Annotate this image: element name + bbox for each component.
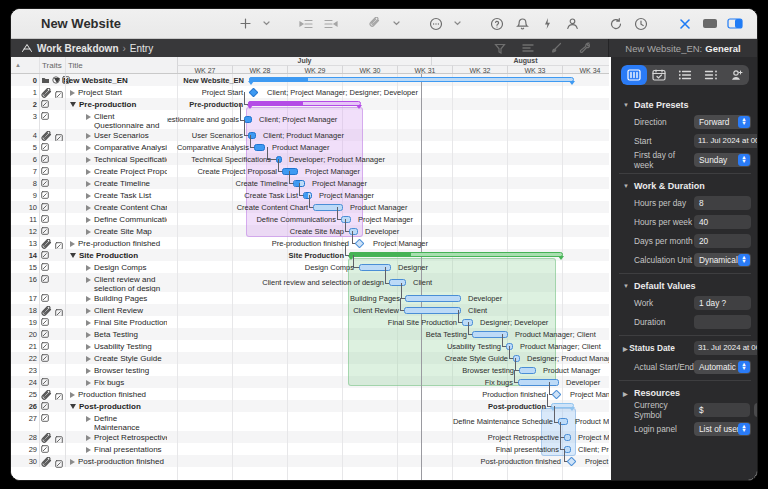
table-row[interactable]: 22Create Style Guide bbox=[11, 352, 167, 364]
disclosure-triangle[interactable] bbox=[70, 90, 75, 96]
disclosure-triangle[interactable]: ▶ bbox=[623, 390, 629, 397]
task-title-cell[interactable]: Building Pages bbox=[86, 294, 164, 303]
task-title-cell[interactable]: Post-production finished bbox=[70, 457, 148, 466]
table-row[interactable]: 16Client review and selection of design bbox=[11, 273, 167, 292]
bell-icon[interactable] bbox=[514, 16, 530, 32]
table-row[interactable]: 20Beta Testing bbox=[11, 328, 167, 340]
table-row[interactable]: 12Create Site Map bbox=[11, 225, 167, 237]
disclosure-triangle[interactable] bbox=[86, 435, 91, 441]
tab-user[interactable] bbox=[723, 65, 749, 85]
disclosure-triangle[interactable] bbox=[86, 447, 91, 453]
summary-bar[interactable] bbox=[248, 101, 361, 109]
disclosure-triangle[interactable] bbox=[86, 320, 91, 326]
table-row[interactable]: 14Site Production bbox=[11, 249, 167, 261]
task-title-cell[interactable]: Client review and selection of design bbox=[86, 275, 164, 293]
breadcrumb-mode[interactable]: Entry bbox=[130, 43, 153, 54]
task-title-cell[interactable]: Design Comps bbox=[86, 263, 164, 272]
dropdown[interactable]: Forward▲▼ bbox=[694, 115, 751, 129]
task-title-cell[interactable]: Create Content Chart bbox=[86, 203, 164, 212]
inspector-section-header[interactable]: ▼Date Presets bbox=[623, 100, 751, 110]
summary-bar[interactable] bbox=[249, 77, 574, 85]
sort-indicator[interactable]: ▲ bbox=[15, 57, 21, 73]
text-field[interactable]: 8 bbox=[694, 196, 751, 210]
indent-icon[interactable] bbox=[298, 16, 314, 32]
dropdown[interactable]: Dynamically▲▼ bbox=[694, 253, 751, 267]
table-row[interactable]: 15Design Comps bbox=[11, 261, 167, 273]
table-row[interactable]: 13Pre-production finished bbox=[11, 237, 167, 249]
disclosure-triangle[interactable] bbox=[86, 157, 91, 163]
ellipsis-circle-icon[interactable] bbox=[428, 16, 444, 32]
chevron-down-icon[interactable] bbox=[392, 16, 400, 32]
user-icon[interactable] bbox=[564, 16, 580, 32]
table-row[interactable]: 21Usability Testing bbox=[11, 340, 167, 352]
task-title-cell[interactable]: User Scenarios bbox=[86, 131, 164, 140]
table-row[interactable]: 8Create Timeline bbox=[11, 177, 167, 189]
disclosure-triangle[interactable]: ▼ bbox=[623, 283, 629, 289]
disclosure-triangle[interactable] bbox=[54, 78, 60, 83]
table-row[interactable]: 0New Website_EN bbox=[11, 74, 167, 86]
tab-calendar[interactable] bbox=[647, 65, 673, 85]
disclosure-triangle[interactable] bbox=[86, 145, 91, 151]
task-title-cell[interactable]: Technical Specifications bbox=[86, 155, 164, 164]
table-row[interactable]: 23Browser testing bbox=[11, 364, 167, 376]
disclosure-triangle[interactable] bbox=[70, 241, 75, 247]
disclosure-triangle[interactable] bbox=[86, 308, 91, 314]
flash-icon[interactable] bbox=[539, 16, 555, 32]
disclosure-triangle[interactable] bbox=[86, 344, 91, 350]
table-row[interactable]: 3Client Questionnaire and goals bbox=[11, 110, 167, 129]
add-icon[interactable] bbox=[237, 16, 253, 32]
text-field[interactable] bbox=[694, 315, 751, 329]
task-title-cell[interactable]: Beta Testing bbox=[86, 330, 164, 339]
disclosure-triangle[interactable] bbox=[70, 392, 75, 398]
chevron-down-icon[interactable] bbox=[262, 16, 270, 32]
disclosure-triangle[interactable]: ▼ bbox=[623, 102, 629, 108]
tab-extended[interactable] bbox=[698, 65, 724, 85]
task-bar[interactable] bbox=[404, 307, 461, 314]
outdent-icon[interactable] bbox=[323, 16, 339, 32]
table-row[interactable]: 10Create Content Chart bbox=[11, 201, 167, 213]
disclosure-triangle[interactable] bbox=[86, 169, 91, 175]
disclosure-triangle[interactable] bbox=[86, 296, 91, 302]
task-title-cell[interactable]: Create Project Proposal bbox=[86, 167, 164, 176]
disclosure-triangle[interactable] bbox=[86, 380, 91, 386]
disclosure-triangle[interactable] bbox=[86, 332, 91, 338]
disclosure-triangle[interactable] bbox=[86, 217, 91, 223]
disclosure-triangle[interactable] bbox=[86, 265, 91, 271]
disclosure-triangle[interactable]: ▼ bbox=[623, 183, 629, 189]
tab-list[interactable] bbox=[672, 65, 698, 85]
table-row[interactable]: 2Pre-production bbox=[11, 98, 167, 110]
viewoptions-icon[interactable] bbox=[520, 40, 536, 56]
disclosure-triangle[interactable] bbox=[86, 368, 91, 374]
task-title-cell[interactable]: Define Communications bbox=[86, 215, 164, 224]
inspector-section-header[interactable]: ▼Default Values bbox=[623, 281, 751, 291]
task-title-cell[interactable]: Project Retrospective bbox=[86, 433, 164, 442]
task-title-cell[interactable]: Production finished bbox=[70, 390, 148, 399]
disclosure-triangle[interactable] bbox=[86, 133, 91, 139]
task-title-cell[interactable]: Post-production bbox=[70, 402, 149, 411]
table-row[interactable]: 5Comparative Analysis bbox=[11, 141, 167, 153]
dropdown[interactable]: Sunday▲▼ bbox=[694, 153, 751, 167]
disclosure-triangle[interactable] bbox=[86, 277, 91, 283]
date-field[interactable]: 11. Jul 2024 at 00:00 bbox=[694, 134, 758, 148]
currency-field[interactable]: $ bbox=[694, 403, 750, 417]
task-title-cell[interactable]: Client Review bbox=[86, 306, 164, 315]
paperclip-icon[interactable] bbox=[367, 16, 383, 32]
breadcrumb[interactable]: Work Breakdown › Entry bbox=[21, 43, 153, 54]
dropdown[interactable]: Automatic▲▼ bbox=[694, 360, 751, 374]
tab-general[interactable] bbox=[621, 65, 647, 85]
column-header-traits[interactable]: Traits bbox=[42, 57, 62, 73]
breadcrumb-view[interactable]: Work Breakdown bbox=[37, 43, 119, 54]
chevron-down-icon[interactable] bbox=[453, 16, 461, 32]
text-field[interactable]: 20 bbox=[694, 234, 751, 248]
text-field[interactable]: 1 day ? bbox=[694, 296, 751, 310]
task-title-cell[interactable]: Final Site Production bbox=[86, 318, 164, 327]
table-row[interactable]: 18Client Review bbox=[11, 304, 167, 316]
task-title-cell[interactable]: Project Start bbox=[70, 88, 148, 97]
table-row[interactable]: 17Building Pages bbox=[11, 292, 167, 304]
disclosure-triangle[interactable] bbox=[86, 205, 91, 211]
dropdown[interactable]: List of users▲▼ bbox=[694, 422, 751, 436]
disclosure-triangle[interactable] bbox=[86, 181, 91, 187]
disclosure-triangle[interactable] bbox=[86, 193, 91, 199]
table-row[interactable]: 7Create Project Proposal bbox=[11, 165, 167, 177]
disclosure-triangle[interactable] bbox=[70, 404, 76, 409]
